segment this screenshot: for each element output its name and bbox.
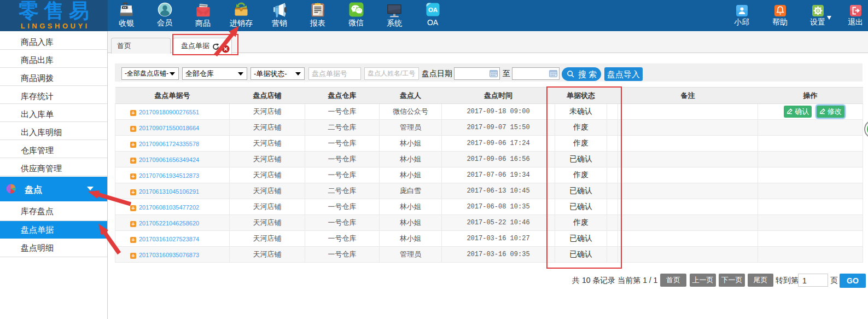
svg-text:OA: OA (428, 7, 437, 13)
